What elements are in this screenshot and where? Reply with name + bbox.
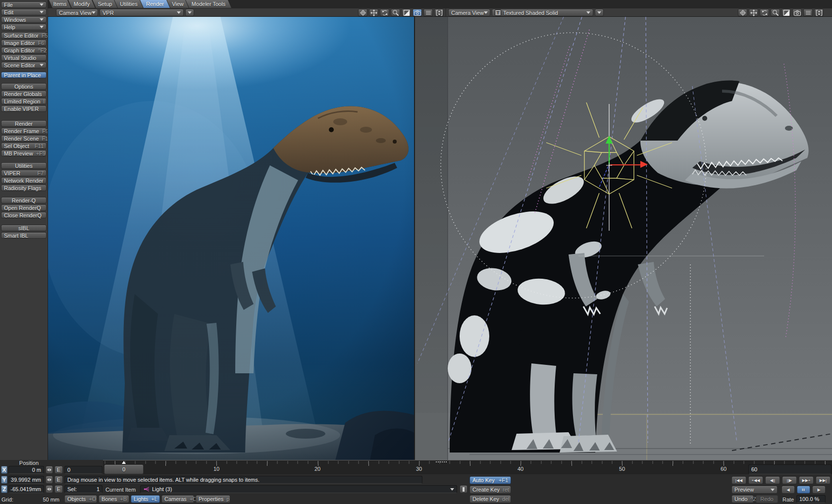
tab-setup[interactable]: Setup (93, 0, 117, 8)
tab-modeler-tools[interactable]: Modeler Tools (186, 0, 231, 8)
edit-bones-button[interactable]: Bones+B (99, 495, 129, 503)
chevron-down-icon (40, 18, 44, 21)
menu-icon[interactable] (803, 9, 813, 16)
maximize-icon[interactable] (402, 9, 411, 16)
rate-field[interactable]: 100.0 % (796, 495, 826, 503)
create-key-button[interactable]: Create Keyret (469, 486, 511, 494)
pan-icon[interactable] (738, 9, 747, 16)
left-view-mode-dropdown[interactable]: Camera View (56, 9, 98, 16)
edit-lights-button[interactable]: Lights+L (131, 495, 160, 503)
zoom-icon[interactable] (391, 9, 400, 16)
menu-edit[interactable]: Edit (1, 9, 47, 15)
render-globals-button[interactable]: Render Globals (1, 91, 47, 97)
y-position-field[interactable]: 39.9992 mm (8, 476, 44, 484)
scene-editor-button[interactable]: Scene Editor (1, 62, 47, 68)
shaded-viewport[interactable] (415, 17, 832, 460)
tab-modify[interactable]: Modify (68, 0, 95, 8)
x-position-field[interactable]: 0 m (8, 466, 44, 474)
x-axis-badge[interactable]: X (1, 466, 7, 474)
open-renderq-button[interactable]: Open RenderQ (1, 204, 47, 211)
vpr-render-viewport[interactable] (48, 17, 414, 460)
resize-icon[interactable] (814, 9, 824, 16)
radiosity-flags-button[interactable]: Radiosity Flags (1, 185, 47, 191)
close-renderq-button[interactable]: Close RenderQ (1, 212, 47, 218)
step-forward-button[interactable]: ||▶ (782, 476, 797, 484)
renderq-section-header: Render-Q (1, 197, 47, 203)
edit-objects-button[interactable]: Objects+O (64, 495, 97, 503)
undo-button[interactable]: Undo^Z (731, 495, 754, 503)
viper-button[interactable]: VIPERF7 (1, 170, 47, 176)
left-render-mode-dropdown[interactable]: VPR (100, 9, 184, 16)
camera-icon[interactable] (413, 9, 422, 16)
y-nudge-arrows-button[interactable] (46, 476, 53, 484)
x-envelope-button[interactable]: E (54, 466, 63, 474)
go-to-start-button[interactable]: |◀◀ (731, 476, 746, 484)
item-list-button[interactable] (460, 485, 468, 493)
right-render-mode-dropdown[interactable]: TTextured Shaded Solid (492, 9, 593, 16)
pause-button[interactable]: II (797, 486, 810, 494)
graph-editor-button[interactable]: Graph Editor^F2 (1, 47, 47, 53)
sel-object-button[interactable]: Sel ObjectF11 (1, 143, 47, 149)
frame-slider-handle[interactable]: 0 (104, 464, 144, 474)
play-button[interactable]: ▶ (812, 486, 826, 494)
camera-icon[interactable] (792, 9, 802, 16)
utilities-section-header: Utilities (1, 162, 47, 169)
z-nudge-arrows-button[interactable] (46, 485, 53, 493)
edit-cameras-button[interactable]: Cameras+C (161, 495, 194, 503)
pan-icon[interactable] (358, 9, 367, 16)
enable-viper-button[interactable]: Enable VIPER (1, 105, 47, 112)
x-nudge-arrows-button[interactable] (46, 466, 53, 474)
limited-region-button[interactable]: Limited Regionl (1, 98, 47, 104)
render-frame-button[interactable]: Render FrameF9 (1, 128, 47, 134)
virtual-studio-button[interactable]: Virtual Studio (1, 54, 47, 61)
grid-label: Grid: (1, 497, 13, 503)
tab-view[interactable]: View (167, 0, 189, 8)
z-position-field[interactable]: -65.0419mm (8, 485, 44, 493)
tab-utilities[interactable]: Utilities (114, 0, 143, 8)
render-scene-button[interactable]: Render SceneF10 (1, 135, 47, 142)
rotate-icon[interactable] (760, 9, 769, 16)
delete-key-button[interactable]: Delete Keydel (469, 495, 511, 503)
tab-items[interactable]: Items (49, 0, 71, 8)
current-item-dropdown[interactable]: Light (3) (140, 485, 457, 493)
mb-preview-button[interactable]: MB Preview+F9 (1, 150, 47, 156)
shortcut: F9 (39, 128, 49, 134)
tab-render[interactable]: Render (140, 0, 170, 8)
menu-help[interactable]: Help (1, 24, 47, 30)
rotate-icon[interactable] (380, 9, 389, 16)
smart-ibl-button[interactable]: Smart IBL (1, 232, 47, 239)
z-axis-badge[interactable]: Z (1, 485, 7, 493)
end-frame-field[interactable]: 60 (748, 464, 832, 474)
redo-button[interactable]: Redo (756, 495, 778, 503)
auto-key-button[interactable]: Auto Key+F1 (469, 476, 511, 484)
move-icon[interactable] (369, 9, 378, 16)
move-icon[interactable] (749, 9, 758, 16)
z-envelope-button[interactable]: E (54, 485, 63, 493)
maximize-icon[interactable] (781, 9, 791, 16)
y-envelope-button[interactable]: E (54, 476, 63, 484)
play-reverse-button[interactable]: ◀ (781, 486, 795, 494)
menu-file[interactable]: File (1, 1, 47, 8)
preview-dropdown[interactable]: Preview (731, 486, 778, 494)
chevron-down-icon (597, 11, 601, 14)
network-render-button[interactable]: Network Render (1, 177, 47, 184)
menu-windows[interactable]: Windows (1, 16, 47, 23)
right-view-mode-dropdown[interactable]: Camera View (448, 9, 490, 16)
menu-icon[interactable] (423, 9, 433, 16)
step-back-button[interactable]: ◀|| (765, 476, 780, 484)
current-frame-field[interactable]: 0 (64, 466, 103, 474)
label: Render Scene (4, 136, 39, 142)
right-header-extra-dropdown[interactable] (595, 9, 604, 16)
go-to-end-button[interactable]: ▶▶| (816, 476, 831, 484)
y-axis-badge[interactable]: Y (1, 476, 7, 484)
resize-icon[interactable] (434, 9, 444, 16)
zoom-icon[interactable] (771, 9, 780, 16)
next-key-button[interactable]: ▶▶+ (799, 476, 814, 484)
prev-key-button[interactable]: +◀◀ (748, 476, 763, 484)
surface-editor-button[interactable]: Surface EditorF5 (1, 32, 47, 39)
properties-button[interactable]: Propertiesp (196, 495, 230, 503)
timeline-ruler[interactable]: 10 20 30 40 50 60 0 60 (103, 460, 832, 474)
image-editor-button[interactable]: Image EditorF6 (1, 40, 47, 46)
parent-in-place-button[interactable]: Parent in Place (1, 72, 47, 78)
left-header-extra-dropdown[interactable] (185, 9, 194, 16)
